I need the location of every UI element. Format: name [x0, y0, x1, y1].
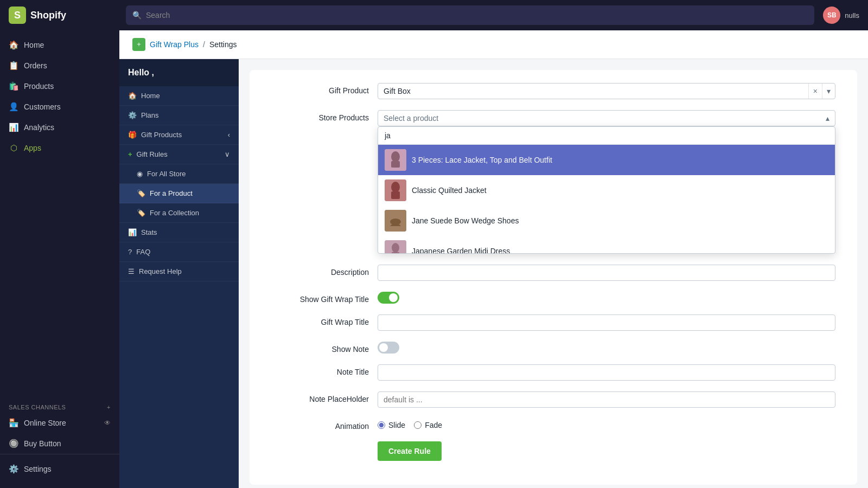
app-sidebar-label: For a Product — [150, 189, 193, 197]
store-products-select[interactable]: Select a product ▴ — [378, 110, 835, 126]
app-sidebar-label: FAQ — [136, 248, 150, 256]
list-item[interactable]: Jane Suede Bow Wedge Shoes — [378, 206, 835, 236]
home-icon: 🏠 — [128, 92, 137, 100]
app-sidebar-item-faq[interactable]: ? FAQ — [119, 242, 239, 262]
gift-product-dropdown-icon[interactable]: ▾ — [822, 84, 835, 99]
home-icon: 🏠 — [9, 40, 18, 50]
note-title-input[interactable] — [378, 364, 835, 381]
products-icon: 🛍️ — [9, 81, 18, 91]
sidebar-item-label: Analytics — [24, 123, 54, 132]
app-sidebar-label: Gift Rules — [137, 150, 168, 158]
list-item[interactable]: Japanese Garden Midi Dress — [378, 236, 835, 253]
svg-point-1 — [391, 151, 400, 162]
show-gift-wrap-title-row: Show Gift Wrap Title — [271, 292, 835, 304]
settings-icon: ⚙️ — [9, 464, 18, 474]
sidebar-item-label: Products — [24, 82, 54, 91]
gift-wrap-title-input[interactable] — [378, 314, 835, 331]
app-sidebar-label: Home — [141, 92, 160, 100]
breadcrumb-app-name[interactable]: Gift Wrap Plus — [150, 40, 199, 49]
gift-product-clear-button[interactable]: × — [808, 84, 822, 99]
animation-fade-radio[interactable] — [414, 421, 422, 429]
orders-icon: 📋 — [9, 61, 18, 70]
app-sidebar-item-gift-rules[interactable]: + Gift Rules ∨ — [119, 145, 239, 164]
create-rule-row: Create Rule — [271, 441, 835, 461]
main-sidebar: 🏠 Home 📋 Orders 🛍️ Products 👤 Customers … — [0, 30, 119, 488]
show-gift-wrap-title-control — [378, 292, 835, 304]
store-products-placeholder: Select a product — [384, 114, 438, 123]
store-products-row: Store Products Select a product ▴ — [271, 110, 835, 254]
app-sidebar-header: Hello , — [119, 59, 239, 86]
show-note-row: Show Note — [271, 342, 835, 354]
description-row: Description — [271, 265, 835, 281]
sidebar-item-orders[interactable]: 📋 Orders — [0, 55, 119, 76]
app-sidebar-item-request-help[interactable]: ☰ Request Help — [119, 262, 239, 281]
list-item[interactable]: 3 Pieces: Lace Jacket, Top and Belt Outf… — [378, 145, 835, 175]
product-name: Japanese Garden Midi Dress — [412, 247, 510, 253]
dropdown-search-input[interactable] — [382, 130, 831, 141]
app-sidebar-label: Plans — [141, 111, 159, 119]
animation-slide-label[interactable]: Slide — [378, 421, 405, 429]
online-store-icon: 🏪 — [9, 418, 18, 428]
sidebar-item-analytics[interactable]: 📊 Analytics — [0, 117, 119, 138]
note-placeholder-label: Note PlaceHolder — [271, 391, 369, 403]
app-sidebar-item-home[interactable]: 🏠 Home — [119, 86, 239, 106]
svg-point-9 — [392, 243, 399, 253]
description-input[interactable] — [378, 265, 835, 281]
svg-rect-10 — [392, 252, 399, 253]
app-sidebar-label: For All Store — [147, 170, 186, 178]
animation-slide-radio[interactable] — [378, 421, 385, 429]
toggle-slider — [378, 292, 399, 304]
user-name: nulls — [845, 11, 859, 20]
topbar: S shopify 🔍 SB nulls — [0, 0, 868, 30]
gift-wrap-title-control — [378, 314, 835, 331]
app-sidebar-item-stats[interactable]: 📊 Stats — [119, 223, 239, 242]
shopify-logo-text: shopify — [30, 10, 66, 21]
sidebar-item-apps[interactable]: ⬡ Apps — [0, 138, 119, 158]
create-rule-button[interactable]: Create Rule — [378, 441, 442, 461]
app-sidebar-item-plans[interactable]: ⚙️ Plans — [119, 106, 239, 125]
app-sidebar-item-gift-products[interactable]: 🎁 Gift Products ‹ — [119, 125, 239, 145]
search-bar: 🔍 — [126, 5, 814, 25]
product-thumbnail — [385, 240, 406, 253]
product-name: 3 Pieces: Lace Jacket, Top and Belt Outf… — [412, 156, 552, 164]
sidebar-item-customers[interactable]: 👤 Customers — [0, 97, 119, 117]
sidebar-item-label: Apps — [24, 144, 41, 152]
breadcrumb: + Gift Wrap Plus / Settings — [119, 30, 868, 59]
svg-rect-5 — [391, 191, 400, 199]
sidebar-item-buy-button[interactable]: 🔘 Buy Button — [0, 433, 119, 454]
sidebar-item-home[interactable]: 🏠 Home — [0, 35, 119, 55]
form-card: Gift Product Gift Box × ▾ Store Products — [250, 70, 857, 485]
app-sidebar-item-for-all-store[interactable]: ◉ For All Store — [119, 164, 239, 184]
buy-button-icon: 🔘 — [9, 439, 18, 448]
app-content: + Gift Wrap Plus / Settings Hello , 🏠 Ho… — [119, 30, 868, 488]
note-placeholder-control — [378, 391, 835, 408]
app-sidebar-item-for-a-product[interactable]: 🏷️ For a Product — [119, 184, 239, 203]
breadcrumb-current: Settings — [209, 40, 237, 49]
show-gift-wrap-title-toggle[interactable] — [378, 292, 399, 304]
show-note-toggle-row — [378, 342, 835, 354]
app-sidebar: Hello , 🏠 Home ⚙️ Plans 🎁 Gift Products … — [119, 59, 239, 488]
dropdown-list: 3 Pieces: Lace Jacket, Top and Belt Outf… — [378, 145, 835, 253]
list-item[interactable]: Classic Quilted Jacket — [378, 175, 835, 206]
gift-product-label: Gift Product — [271, 83, 369, 95]
show-note-toggle[interactable] — [378, 342, 399, 354]
animation-fade-label[interactable]: Fade — [414, 421, 442, 429]
faq-icon: ? — [128, 248, 132, 256]
search-input[interactable] — [146, 11, 808, 20]
store-products-control: Select a product ▴ — [378, 110, 835, 254]
for-all-store-icon: ◉ — [137, 170, 143, 178]
note-placeholder-input[interactable] — [378, 391, 835, 408]
sidebar-item-label: Settings — [24, 465, 52, 473]
toggle-slider — [378, 342, 399, 354]
sidebar-item-online-store[interactable]: 🏪 Online Store 👁 — [0, 413, 119, 433]
gift-wrap-title-label: Gift Wrap Title — [271, 314, 369, 326]
store-products-label: Store Products — [271, 110, 369, 122]
gift-product-select[interactable]: Gift Box × ▾ — [378, 83, 835, 99]
app-sidebar-item-for-a-collection[interactable]: 🏷️ For a Collection — [119, 203, 239, 223]
gift-product-control: Gift Box × ▾ — [378, 83, 835, 99]
add-sales-channel-icon[interactable]: + — [107, 404, 111, 410]
sidebar-item-products[interactable]: 🛍️ Products — [0, 76, 119, 97]
svg-point-7 — [390, 219, 401, 225]
chevron-down-icon: ∨ — [225, 150, 230, 158]
sidebar-item-settings[interactable]: ⚙️ Settings — [0, 459, 119, 479]
